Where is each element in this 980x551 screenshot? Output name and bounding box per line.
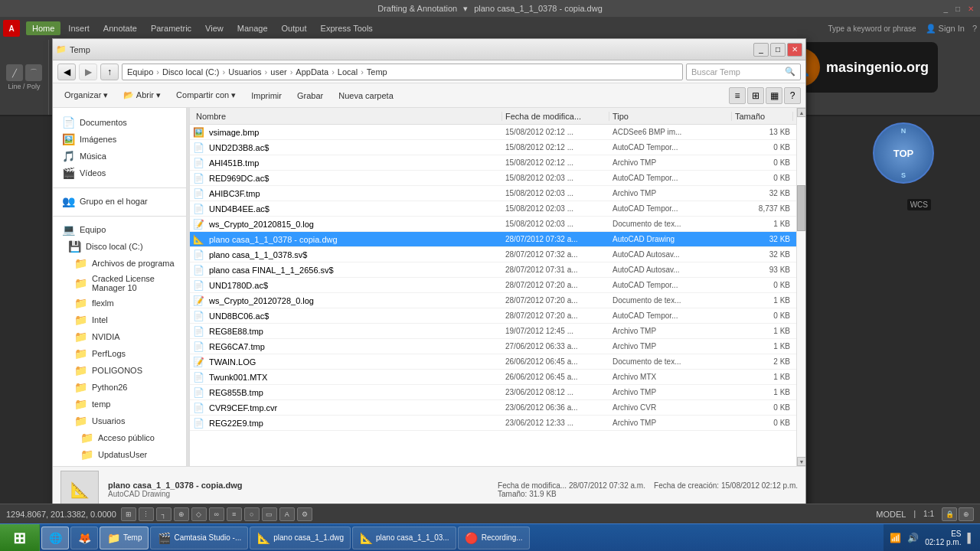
- taskbar-btn-temp[interactable]: 📁 Temp: [100, 527, 149, 549]
- table-row[interactable]: 📄 REG6CA7.tmp 27/06/2012 06:33 a... Arch…: [190, 339, 796, 354]
- start-button[interactable]: ⊞: [0, 524, 40, 552]
- view-details-btn[interactable]: ≡: [729, 87, 746, 104]
- sidebar-item-poligonos[interactable]: 📁 POLIGONOS: [53, 362, 186, 379]
- tab-annotate[interactable]: Annotate: [97, 21, 143, 35]
- ortho-tool[interactable]: ┐: [156, 507, 172, 521]
- tab-home[interactable]: Home: [26, 21, 60, 35]
- path-user[interactable]: user: [270, 67, 286, 77]
- polyline-tool[interactable]: ⌒: [25, 64, 42, 81]
- sidebar-item-disco[interactable]: 💾 Disco local (C:): [53, 238, 186, 255]
- sidebar-item-grupo[interactable]: 👥 Grupo en el hogar: [53, 193, 186, 210]
- table-row[interactable]: 📝 TWAIN.LOG 26/06/2012 06:45 a... Docume…: [190, 354, 796, 370]
- organizar-btn[interactable]: Organizar ▾: [57, 86, 115, 105]
- path-usuarios[interactable]: Usuarios: [228, 67, 261, 77]
- table-row[interactable]: 📄 REG8E88.tmp 19/07/2012 12:45 ... Archi…: [190, 324, 796, 339]
- nueva-carpeta-btn[interactable]: Nueva carpeta: [332, 86, 400, 105]
- path-disco[interactable]: Disco local (C:): [162, 67, 220, 77]
- fe-maximize-btn[interactable]: □: [770, 43, 786, 57]
- line-tool[interactable]: ╱: [6, 64, 23, 81]
- table-row[interactable]: 📄 UND8BC06.ac$ 28/07/2012 07:20 a... Aut…: [190, 308, 796, 324]
- sidebar-item-cracked[interactable]: 📁 Cracked License Manager 10: [53, 272, 186, 295]
- table-row[interactable]: 📄 UND1780D.ac$ 28/07/2012 07:20 a... Aut…: [190, 278, 796, 293]
- taskbar-btn-dwg2[interactable]: 📐 plano casa_1_1_03...: [352, 527, 456, 549]
- layout-tab[interactable]: 1:1: [920, 510, 937, 518]
- path-temp[interactable]: Temp: [367, 67, 387, 77]
- col-fecha[interactable]: Fecha de modifica...: [502, 112, 609, 121]
- table-row[interactable]: 📄 RED969DC.ac$ 15/08/2012 02:03 ... Auto…: [190, 171, 796, 186]
- sidebar-item-archivos[interactable]: 📁 Archivos de programa: [53, 255, 186, 272]
- taskbar-btn-dwg1[interactable]: 📐 plano casa_1_1.dwg: [250, 527, 351, 549]
- table-row[interactable]: 📝 ws_Crypto_20120728_0.log 28/07/2012 07…: [190, 293, 796, 308]
- path-local[interactable]: Local: [338, 67, 358, 77]
- taskbar-btn-firefox[interactable]: 🦊: [70, 527, 98, 549]
- tab-output[interactable]: Output: [276, 21, 313, 35]
- table-row[interactable]: 📝 ws_Crypto_20120815_0.log 15/08/2012 02…: [190, 217, 796, 232]
- col-tamano[interactable]: Tamaño: [732, 112, 793, 121]
- navigation-compass[interactable]: N TOP S: [873, 122, 934, 184]
- sidebar-item-temp[interactable]: 📁 temp: [53, 396, 186, 412]
- imprimir-btn[interactable]: Imprimir: [244, 86, 289, 105]
- sidebar-item-equipo[interactable]: 💻 Equipo: [53, 221, 186, 238]
- sidebar-item-intel[interactable]: 📁 Intel: [53, 311, 186, 328]
- sidebar-item-musica[interactable]: 🎵 Música: [53, 148, 186, 165]
- table-row[interactable]: 📄 CVR9CEF.tmp.cvr 23/06/2012 06:36 a... …: [190, 400, 796, 416]
- table-row[interactable]: 📄 UND2D3B8.ac$ 15/08/2012 02:12 ... Auto…: [190, 140, 796, 155]
- help-icon[interactable]: ?: [969, 24, 980, 33]
- sidebar-item-acceso[interactable]: 📁 Acceso público: [53, 429, 186, 446]
- table-row[interactable]: 📄 AHIBC3F.tmp 15/08/2012 02:03 ... Archi…: [190, 186, 796, 201]
- snap-tool[interactable]: ⊞: [121, 507, 136, 521]
- scroll-track[interactable]: [797, 117, 805, 457]
- tab-insert[interactable]: Insert: [62, 21, 96, 35]
- tab-express[interactable]: Express Tools: [315, 21, 379, 35]
- taskbar-btn-recording[interactable]: 🔴 Recording...: [458, 527, 530, 549]
- path-appdata[interactable]: AppData: [296, 67, 328, 77]
- show-desktop-btn[interactable]: ▌: [967, 533, 974, 543]
- polar-tool[interactable]: ⊕: [174, 507, 189, 521]
- annotate-scale-tool[interactable]: A: [279, 507, 295, 521]
- workspace-tool[interactable]: ⚙: [297, 507, 312, 521]
- lineweight-tool[interactable]: ≡: [227, 507, 242, 521]
- col-nombre[interactable]: Nombre: [193, 112, 502, 121]
- compartir-btn[interactable]: Compartir con ▾: [169, 86, 243, 105]
- table-row[interactable]: 📄 UND4B4EE.ac$ 15/08/2012 02:03 ... Auto…: [190, 201, 796, 217]
- tab-manage[interactable]: Manage: [231, 21, 274, 35]
- sidebar-item-python[interactable]: 📁 Python26: [53, 379, 186, 396]
- scroll-thumb[interactable]: [797, 185, 805, 231]
- search-box[interactable]: Type a keyword or phrase: [824, 24, 921, 33]
- table-row[interactable]: 📄 Twunk001.MTX 26/06/2012 06:45 a... Arc…: [190, 370, 796, 385]
- sidebar-item-updatus[interactable]: 📁 UpdatusUser: [53, 446, 186, 463]
- sidebar-item-perflogs[interactable]: 📁 PerfLogs: [53, 345, 186, 362]
- forward-btn[interactable]: ▶: [79, 64, 97, 80]
- taskbar-btn-camtasia[interactable]: 🎬 Camtasia Studio -...: [150, 527, 248, 549]
- sidebar-item-imagenes[interactable]: 🖼️ Imágenes: [53, 131, 186, 148]
- view-extra-btn[interactable]: ▦: [766, 87, 782, 104]
- transparency-tool[interactable]: ○: [244, 507, 260, 521]
- col-tipo[interactable]: Tipo: [609, 112, 732, 121]
- model-tab[interactable]: MODEL: [873, 510, 909, 519]
- autocad-logo[interactable]: A: [3, 20, 20, 37]
- tray-clock[interactable]: ES 02:12 p.m.: [925, 530, 961, 546]
- tab-parametric[interactable]: Parametric: [145, 21, 198, 35]
- search-input[interactable]: Buscar Temp 🔍: [686, 64, 801, 80]
- table-row[interactable]: 📐 plano casa_1_1_0378 - copia.dwg 28/07/…: [190, 232, 796, 247]
- table-row[interactable]: 📄 plano casa FINAL_1_1_2656.sv$ 28/07/20…: [190, 262, 796, 278]
- fe-minimize-btn[interactable]: _: [753, 43, 769, 57]
- osnap-tool[interactable]: ◇: [191, 507, 207, 521]
- sidebar-item-videos[interactable]: 🎬 Vídeos: [53, 165, 186, 181]
- lock-tool[interactable]: 🔒: [942, 507, 957, 521]
- help-circle-btn[interactable]: ?: [784, 87, 801, 104]
- vertical-scrollbar[interactable]: ▲ ▼: [796, 108, 805, 466]
- tab-view[interactable]: View: [199, 21, 230, 35]
- user-icon[interactable]: 👤 Sign In: [923, 24, 968, 34]
- abrir-btn[interactable]: 📂 Abrir ▾: [116, 86, 168, 105]
- grid-tool[interactable]: ⋮: [139, 507, 154, 521]
- taskbar-btn-ie[interactable]: 🌐: [41, 527, 69, 549]
- back-btn[interactable]: ◀: [57, 64, 76, 80]
- sidebar-item-flexlm[interactable]: 📁 flexlm: [53, 295, 186, 311]
- table-row[interactable]: 📄 REG22E9.tmp 23/06/2012 12:33 ... Archi…: [190, 416, 796, 431]
- scroll-up-btn[interactable]: ▲: [797, 108, 805, 117]
- sidebar-item-documentos[interactable]: 📄 Documentos: [53, 114, 186, 131]
- fe-close-btn[interactable]: ✕: [787, 43, 802, 57]
- path-equipo[interactable]: Equipo: [127, 67, 153, 77]
- table-row[interactable]: 🖼️ vsimage.bmp 15/08/2012 02:12 ... ACDS…: [190, 125, 796, 140]
